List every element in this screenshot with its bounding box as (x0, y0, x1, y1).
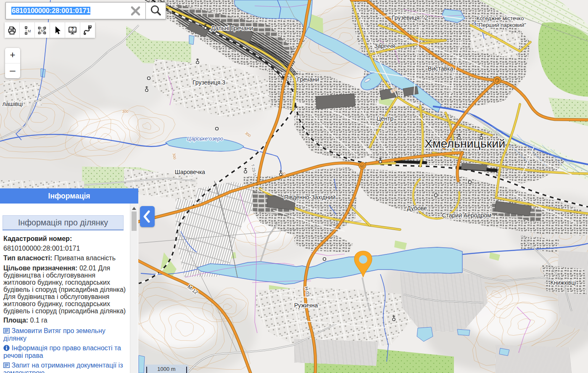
svg-text:Шаровечка: Шаровечка (175, 169, 206, 175)
svg-text:Гречани: Гречани (297, 76, 319, 83)
svg-text:Грузевиця - 2: Грузевиця - 2 (392, 14, 428, 21)
svg-text:Виставка: Виставка (428, 65, 453, 72)
svg-text:Дальні Гречани: Дальні Гречани (211, 25, 253, 32)
svg-text:Ружична: Ружична (294, 302, 318, 309)
svg-text:Котеджне містечко: Котеджне містечко (477, 15, 524, 21)
svg-text:Заріччя: Заріччя (374, 42, 395, 49)
svg-text:?: ? (71, 26, 74, 31)
svg-text:"Перший парковий": "Перший парковий" (477, 22, 526, 28)
svg-text:300: 300 (122, 109, 128, 114)
svg-text:Хмельницький: Хмельницький (425, 137, 505, 150)
svg-text:Південно-Західний: Південно-Західний (284, 194, 335, 201)
svg-text:Книжківці: Книжківці (551, 279, 576, 286)
svg-text:Царське озеро: Царське озеро (187, 136, 223, 142)
svg-text:Старий Аеродром: Старий Аеродром (442, 212, 491, 219)
svg-text:Центр: Центр (377, 115, 393, 122)
svg-text:Дубове: Дубове (407, 205, 427, 212)
svg-text:M: M (28, 29, 31, 33)
svg-text:лашівці: лашівці (3, 101, 23, 107)
svg-text:Грузевиця 3: Грузевиця 3 (192, 79, 225, 86)
